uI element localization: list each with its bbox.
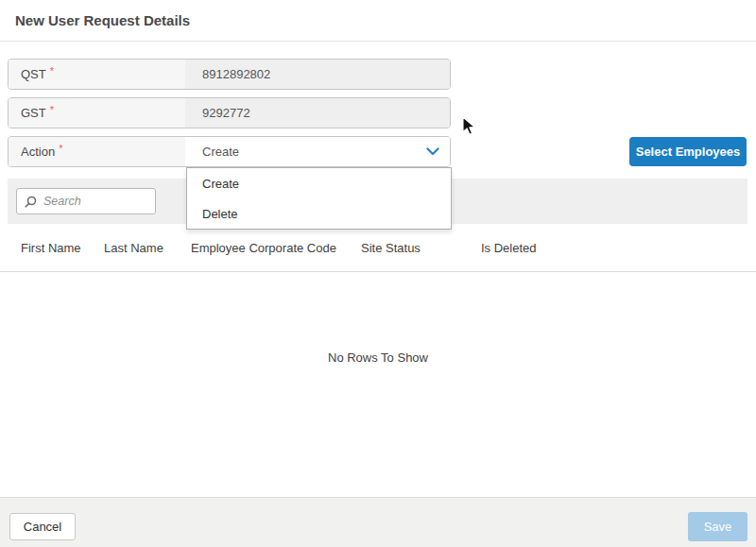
search-box[interactable] [16,188,156,214]
qst-label-text: QST [21,67,46,81]
required-asterisk: * [50,104,54,115]
table-header-row: First Name Last Name Employee Corporate … [0,224,756,272]
column-header-is-deleted[interactable]: Is Deleted [481,224,537,271]
page-title: New User Request Details [15,12,190,28]
dropdown-option-create[interactable]: Create [187,168,451,198]
save-button[interactable]: Save [688,512,747,541]
cancel-button[interactable]: Cancel [9,513,76,540]
gst-label: GST * [9,98,185,128]
action-field-row: Action * Create [8,136,451,167]
search-input[interactable] [43,195,147,208]
footer-bar: Cancel Save [0,497,756,547]
mouse-cursor-icon [462,116,476,140]
action-label: Action * [9,137,185,166]
search-icon [25,196,37,208]
column-header-employee-corporate-code[interactable]: Employee Corporate Code [191,224,336,271]
action-label-text: Action [21,145,55,159]
action-select-value: Create [202,145,239,159]
gst-field-row: GST * 9292772 [8,97,451,128]
qst-field-row: QST * 8912892802 [8,59,451,90]
chevron-down-icon [425,145,440,160]
column-header-site-status[interactable]: Site Status [361,224,421,271]
select-employees-button[interactable]: Select Employees [629,137,747,166]
gst-input[interactable]: 9292772 [185,98,450,128]
required-asterisk: * [59,143,62,154]
gst-label-text: GST [21,106,46,120]
qst-label: QST * [9,60,185,89]
empty-table-message: No Rows To Show [0,350,756,365]
action-dropdown-popup: Create Delete [186,167,452,230]
column-header-last-name[interactable]: Last Name [104,224,163,271]
new-user-request-details-page: New User Request Details QST * 891289280… [0,0,756,547]
required-asterisk: * [50,65,54,77]
action-select[interactable]: Create [185,137,450,166]
dropdown-option-delete[interactable]: Delete [187,198,451,229]
qst-input[interactable]: 8912892802 [185,60,450,89]
column-header-first-name[interactable]: First Name [21,224,81,271]
title-divider [0,41,756,42]
